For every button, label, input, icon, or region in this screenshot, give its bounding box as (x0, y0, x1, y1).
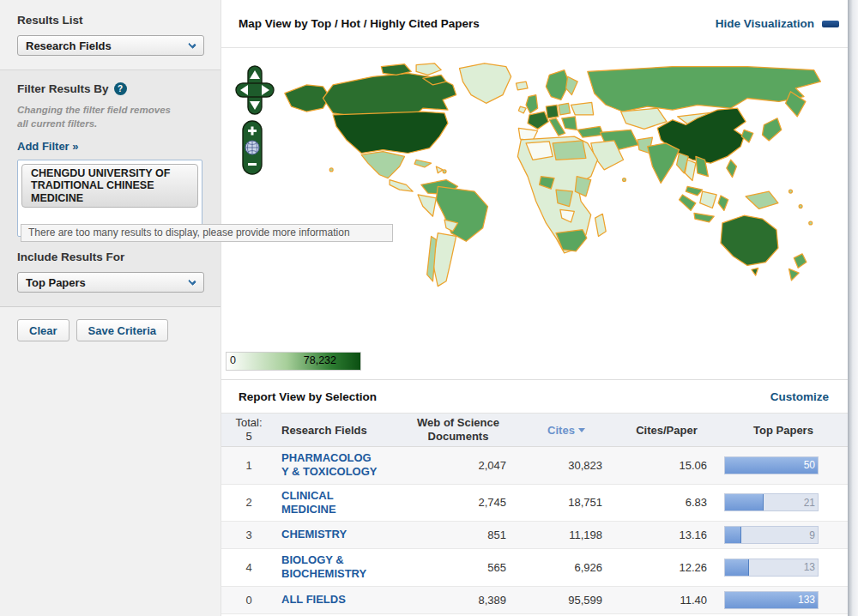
results-list-section: Results List Research Fields (0, 0, 221, 70)
row-cites: 95,599 (518, 594, 614, 607)
row-field-cell: PHARMACOLOGY & TOXICOLOGY (276, 451, 398, 480)
row-field-cell: CHEMISTRY (276, 528, 398, 541)
row-top-papers-cell: 21 (719, 493, 848, 511)
row-wos-documents: 2,047 (398, 459, 518, 472)
row-field-cell: ALL FIELDS (276, 593, 398, 607)
top-papers-bar[interactable]: 9 (724, 526, 819, 544)
row-cites: 18,751 (518, 496, 614, 509)
main-content: Map View by Top / Hot / Highly Cited Pap… (221, 0, 848, 616)
legend-min-value: 0 (230, 354, 236, 366)
results-list-value: Research Fields (26, 39, 112, 52)
row-cites-per-paper: 11.40 (614, 594, 719, 607)
row-field-cell: CLINICAL MEDICINE (276, 489, 398, 517)
report-view-title: Report View by Selection (239, 390, 377, 403)
results-list-select[interactable]: Research Fields (17, 35, 204, 56)
row-wos-documents: 565 (398, 561, 518, 574)
customize-link[interactable]: Customize (770, 390, 829, 403)
collapse-minus-icon[interactable] (822, 21, 839, 27)
row-cites: 11,198 (518, 528, 614, 541)
row-wos-documents: 851 (398, 528, 518, 541)
total-count: Total: 5 (221, 416, 276, 444)
row-cites-per-paper: 12.26 (614, 561, 719, 574)
row-field-cell: BIOLOGY & BIOCHEMISTRY (276, 553, 398, 582)
research-field-link[interactable]: CHEMISTRY (281, 528, 378, 541)
table-row: 4BIOLOGY & BIOCHEMISTRY5656,92612.2613 (221, 549, 848, 587)
include-results-select[interactable]: Top Papers (17, 272, 204, 293)
research-field-link[interactable]: BIOLOGY & BIOCHEMISTRY (281, 553, 378, 582)
column-header-cites-per-paper[interactable]: Cites/Paper (614, 424, 719, 437)
table-row: 2CLINICAL MEDICINE2,74518,7516.8321 (221, 485, 848, 522)
top-papers-value: 21 (804, 497, 815, 509)
sidebar-buttons: Clear Save Criteria (0, 307, 221, 353)
report-table: Total: 5 Research Fields Web of Science … (221, 413, 848, 614)
top-papers-bar-fill (725, 494, 764, 510)
map-zoom-control[interactable] (242, 120, 263, 175)
too-many-results-tooltip: There are too many results to display, p… (21, 224, 393, 242)
report-table-body: 1PHARMACOLOGY & TOXICOLOGY2,04730,82315.… (221, 447, 848, 614)
world-choropleth-map[interactable] (281, 58, 831, 303)
results-list-label: Results List (17, 14, 203, 27)
row-rank: 3 (221, 528, 276, 541)
top-papers-value: 133 (798, 594, 815, 606)
table-row: 3CHEMISTRY85111,19813.169 (221, 522, 848, 549)
save-criteria-button[interactable]: Save Criteria (76, 319, 169, 341)
row-cites-per-paper: 6.83 (614, 496, 719, 509)
zoom-out-icon (248, 163, 257, 166)
top-papers-bar[interactable]: 13 (724, 559, 819, 577)
row-wos-documents: 8,389 (398, 594, 518, 607)
map-view-header: Map View by Top / Hot / Highly Cited Pap… (221, 0, 848, 48)
row-cites-per-paper: 15.06 (614, 459, 719, 472)
top-papers-bar-fill (725, 559, 749, 576)
report-view-section: Report View by Selection Customize Total… (221, 379, 848, 614)
filter-results-by-label: Filter Results By (17, 82, 109, 95)
table-header-row: Total: 5 Research Fields Web of Science … (221, 413, 848, 447)
row-top-papers-cell: 133 (719, 591, 848, 609)
row-wos-documents: 2,745 (398, 496, 518, 509)
row-cites-per-paper: 13.16 (614, 528, 719, 541)
column-header-top-papers[interactable]: Top Papers (719, 424, 848, 437)
research-field-link[interactable]: ALL FIELDS (281, 593, 378, 607)
include-results-label: Include Results For (17, 251, 203, 263)
sidebar: Results List Research Fields Filter Resu… (0, 0, 221, 616)
page: Results List Research Fields Filter Resu… (0, 0, 858, 616)
hide-visualization-link[interactable]: Hide Visualization (716, 17, 814, 30)
legend-max-value: 78,232 (304, 354, 336, 366)
row-top-papers-cell: 50 (719, 456, 848, 474)
row-rank: 4 (221, 561, 276, 574)
chevron-down-icon (188, 277, 196, 286)
filter-chip[interactable]: CHENGDU UNIVERSITY OF TRADITIONAL CHINES… (21, 164, 198, 208)
top-papers-value: 50 (804, 459, 815, 471)
table-row: 1PHARMACOLOGY & TOXICOLOGY2,04730,82315.… (221, 447, 848, 485)
top-papers-bar[interactable]: 133 (724, 591, 819, 609)
chevron-down-icon (188, 40, 196, 49)
table-row: 0ALL FIELDS8,38995,59911.40133 (221, 587, 848, 614)
vertical-scrollbar[interactable] (848, 0, 858, 616)
row-top-papers-cell: 13 (719, 559, 848, 577)
row-rank: 1 (221, 459, 276, 472)
map-pan-control[interactable] (235, 65, 275, 115)
column-header-cites-sorted[interactable]: Cites (518, 424, 614, 437)
map-color-legend: 0 78,232 (226, 352, 361, 371)
top-papers-bar-fill (725, 527, 741, 543)
include-results-value: Top Papers (26, 276, 86, 289)
sort-descending-icon (578, 428, 585, 432)
column-header-wos-documents[interactable]: Web of Science Documents (398, 416, 518, 443)
help-icon[interactable]: ? (114, 82, 127, 95)
filter-section: Filter Results By ? Changing the filter … (0, 70, 221, 307)
research-field-link[interactable]: PHARMACOLOGY & TOXICOLOGY (281, 451, 378, 480)
research-field-link[interactable]: CLINICAL MEDICINE (281, 489, 378, 517)
clear-button[interactable]: Clear (17, 319, 69, 341)
top-papers-bar[interactable]: 50 (724, 456, 819, 474)
top-papers-bar[interactable]: 21 (724, 493, 819, 511)
row-cites: 30,823 (518, 459, 614, 472)
top-papers-value: 13 (804, 561, 815, 573)
row-rank: 0 (221, 594, 276, 607)
column-header-research-fields[interactable]: Research Fields (276, 424, 398, 437)
row-cites: 6,926 (518, 561, 614, 574)
filter-note: Changing the filter field removes all cu… (17, 104, 180, 130)
add-filter-link[interactable]: Add Filter » (17, 140, 79, 153)
map-visualization: 0 78,232 (221, 48, 848, 379)
map-view-title: Map View by Top / Hot / Highly Cited Pap… (239, 17, 480, 30)
row-rank: 2 (221, 496, 276, 509)
top-papers-value: 9 (809, 529, 815, 541)
